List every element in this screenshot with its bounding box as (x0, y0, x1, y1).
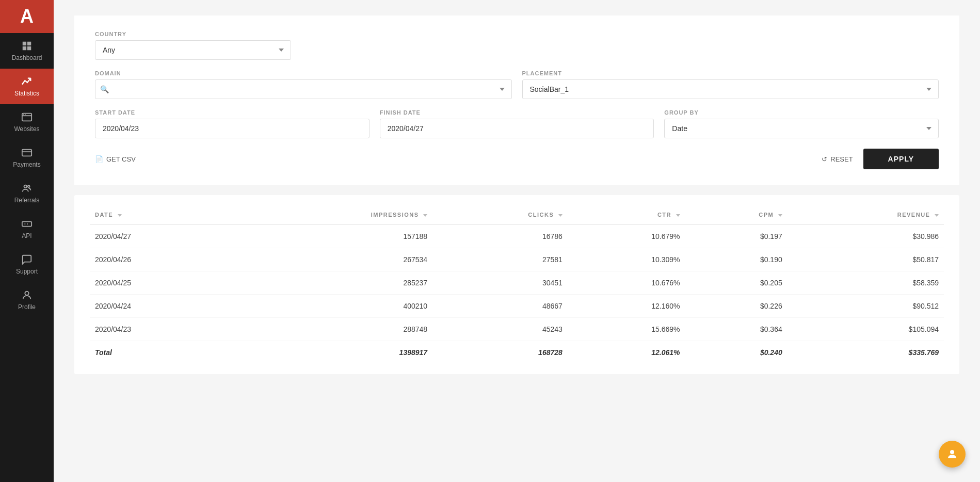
sidebar-item-websites[interactable]: Websites (0, 104, 54, 140)
placement-select[interactable]: SocialBar_1 (522, 79, 939, 99)
filter-row-domain-placement: DOMAIN 🔍 PLACEMENT SocialBar_1 (95, 70, 939, 99)
sidebar-item-profile[interactable]: Profile (0, 282, 54, 318)
filter-section: COUNTRY Any DOMAIN 🔍 PLACEMENT (74, 15, 959, 185)
cell-clicks: 45243 (432, 318, 568, 341)
support-fab-button[interactable] (939, 441, 966, 468)
cell-cpm: $0.190 (685, 248, 788, 271)
domain-search-icon: 🔍 (100, 85, 109, 93)
filter-row-dates: START DATE FINISH DATE GROUP BY Date (95, 109, 939, 138)
cell-revenue: $105.094 (788, 318, 944, 341)
table-section: DATE IMPRESSIONS CLICKS CTR (74, 195, 959, 374)
domain-input-wrapper: 🔍 (95, 79, 512, 99)
table-row: 2020/04/23 288748 45243 15.669% $0.364 $… (90, 318, 944, 341)
country-label: COUNTRY (95, 31, 291, 37)
country-select[interactable]: Any (95, 40, 291, 60)
cell-revenue: $58.359 (788, 271, 944, 295)
cell-impressions: 288748 (230, 318, 432, 341)
cell-ctr: 10.676% (568, 271, 685, 295)
cell-impressions: 267534 (230, 248, 432, 271)
svg-rect-3 (27, 46, 31, 50)
group-by-label: GROUP BY (664, 109, 939, 116)
cell-ctr: 15.669% (568, 318, 685, 341)
statistics-table: DATE IMPRESSIONS CLICKS CTR (90, 205, 944, 364)
reset-icon: ↺ (822, 155, 827, 163)
main-content: COUNTRY Any DOMAIN 🔍 PLACEMENT (54, 0, 980, 482)
sidebar-item-support[interactable]: Support (0, 247, 54, 282)
sidebar-item-statistics[interactable]: Statistics (0, 69, 54, 104)
cell-revenue: $50.817 (788, 248, 944, 271)
table-header: DATE IMPRESSIONS CLICKS CTR (90, 205, 944, 224)
sidebar-item-referrals[interactable]: Referrals (0, 175, 54, 211)
cell-date: 2020/04/24 (90, 295, 230, 318)
logo[interactable]: A (0, 0, 54, 33)
svg-point-11 (28, 186, 30, 188)
dashboard-icon (21, 40, 33, 52)
statistics-icon (21, 76, 33, 87)
svg-point-15 (25, 292, 28, 295)
filter-group-start-date: START DATE (95, 109, 369, 138)
total-clicks: 168728 (432, 341, 568, 364)
table-row: 2020/04/25 285237 30451 10.676% $0.205 $… (90, 271, 944, 295)
svg-point-16 (950, 450, 954, 454)
cell-clicks: 16786 (432, 224, 568, 248)
table-row: 2020/04/26 267534 27581 10.309% $0.190 $… (90, 248, 944, 271)
cell-date: 2020/04/26 (90, 248, 230, 271)
svg-rect-1 (27, 42, 31, 45)
sidebar-item-dashboard[interactable]: Dashboard (0, 33, 54, 69)
group-by-select[interactable]: Date (664, 119, 939, 138)
support-icon (21, 254, 33, 265)
filter-group-country: COUNTRY Any (95, 31, 291, 60)
filter-group-group-by: GROUP BY Date (664, 109, 939, 138)
payments-icon (21, 147, 33, 158)
filter-group-finish-date: FINISH DATE (380, 109, 654, 138)
filter-group-placement: PLACEMENT SocialBar_1 (522, 70, 939, 99)
filter-group-domain: DOMAIN 🔍 (95, 70, 512, 99)
cell-impressions: 157188 (230, 224, 432, 248)
col-ctr[interactable]: CTR (568, 205, 685, 224)
table-row: 2020/04/27 157188 16786 10.679% $0.197 $… (90, 224, 944, 248)
cell-impressions: 285237 (230, 271, 432, 295)
api-icon (21, 218, 33, 230)
reset-button[interactable]: ↺ RESET (822, 155, 853, 163)
sidebar-item-payments[interactable]: Payments (0, 140, 54, 175)
cell-impressions: 400210 (230, 295, 432, 318)
col-revenue[interactable]: REVENUE (788, 205, 944, 224)
svg-point-10 (24, 185, 27, 188)
col-cpm[interactable]: CPM (685, 205, 788, 224)
start-date-input[interactable] (95, 119, 369, 138)
domain-input[interactable] (95, 79, 512, 99)
total-ctr: 12.061% (568, 341, 685, 364)
filter-row-country: COUNTRY Any (95, 31, 939, 60)
cell-date: 2020/04/27 (90, 224, 230, 248)
col-impressions[interactable]: IMPRESSIONS (230, 205, 432, 224)
cell-clicks: 30451 (432, 271, 568, 295)
total-impressions: 1398917 (230, 341, 432, 364)
svg-rect-0 (23, 42, 26, 45)
csv-icon: 📄 (95, 155, 103, 163)
cell-revenue: $90.512 (788, 295, 944, 318)
domain-label: DOMAIN (95, 70, 512, 76)
table-row: 2020/04/24 400210 48667 12.160% $0.226 $… (90, 295, 944, 318)
sidebar-item-api[interactable]: API (0, 211, 54, 247)
date-sort-icon (118, 214, 122, 217)
svg-point-6 (23, 114, 24, 115)
start-date-label: START DATE (95, 109, 369, 116)
get-csv-button[interactable]: 📄 GET CSV (95, 155, 136, 163)
col-clicks[interactable]: CLICKS (432, 205, 568, 224)
referrals-icon (21, 183, 33, 194)
revenue-sort-icon (935, 214, 939, 217)
ctr-sort-icon (676, 214, 680, 217)
cell-date: 2020/04/23 (90, 318, 230, 341)
svg-rect-8 (22, 150, 31, 156)
apply-button[interactable]: APPLY (863, 149, 939, 169)
cell-ctr: 12.160% (568, 295, 685, 318)
cell-date: 2020/04/25 (90, 271, 230, 295)
col-date[interactable]: DATE (90, 205, 230, 224)
country-select-wrapper: Any (95, 40, 291, 60)
clicks-sort-icon (558, 214, 563, 217)
cell-ctr: 10.309% (568, 248, 685, 271)
finish-date-input[interactable] (380, 119, 654, 138)
total-label: Total (90, 341, 230, 364)
placement-label: PLACEMENT (522, 70, 939, 76)
cell-ctr: 10.679% (568, 224, 685, 248)
